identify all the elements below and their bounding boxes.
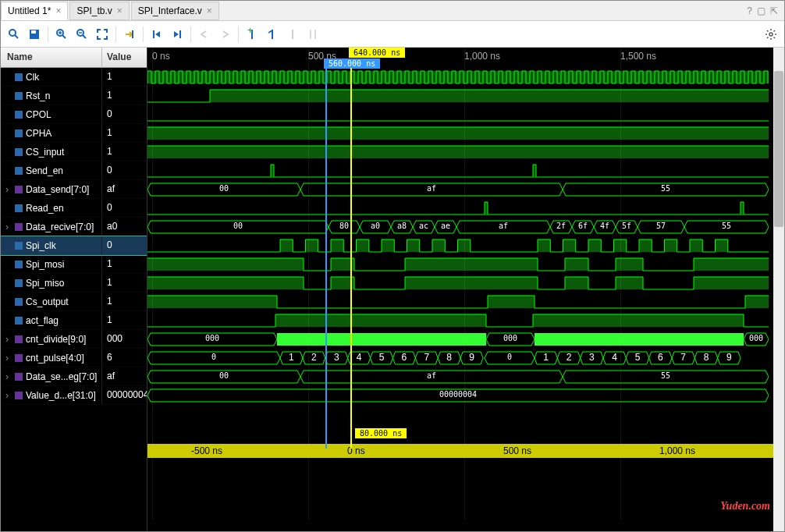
v-scrollbar[interactable] [773, 48, 784, 531]
tab-spi-tb[interactable]: SPI_tb.v× [69, 2, 129, 20]
cursor-label: 560.000 ns [324, 59, 380, 69]
column-value[interactable]: Value [102, 48, 147, 67]
signal-row[interactable]: ›Data_recive[7:0]a0 [1, 218, 147, 236]
signal-row[interactable]: ›Data_send[7:0]af [1, 180, 147, 199]
svg-rect-64 [405, 277, 428, 289]
signal-row[interactable]: Spi_mosi1 [1, 255, 147, 274]
signal-row[interactable]: ›Value_d...e[31:0]00000004 [1, 386, 147, 405]
waveform-row[interactable] [147, 274, 784, 293]
tab-spi-interface[interactable]: SPI_Interface.v× [131, 2, 219, 20]
signal-row[interactable]: Clk1 [1, 68, 147, 87]
waveform-row[interactable] [147, 255, 784, 274]
search-icon[interactable] [5, 26, 23, 43]
svg-text:8: 8 [446, 352, 452, 363]
tab-label: SPI_Interface.v [138, 5, 202, 16]
bottom-ruler[interactable]: -500 ns0 ns500 ns1,000 ns [147, 444, 784, 458]
svg-text:9: 9 [469, 352, 474, 363]
waveform-row[interactable]: 0080a0a8acaeaf2f6f4f5f5755 [147, 218, 784, 236]
scrollbar-thumb[interactable] [774, 71, 783, 227]
svg-text:6: 6 [658, 352, 663, 363]
svg-rect-53 [405, 258, 428, 271]
svg-rect-66 [456, 277, 483, 289]
close-icon[interactable]: × [55, 5, 61, 16]
prev-edge-icon[interactable] [148, 26, 165, 43]
prev-transition-icon[interactable] [196, 26, 213, 43]
zoom-out-icon[interactable] [73, 26, 91, 43]
close-icon[interactable]: × [117, 5, 123, 16]
waveform-row[interactable]: 00af55 [147, 367, 784, 386]
goto-cursor-icon[interactable] [121, 26, 138, 43]
waveform-row[interactable] [147, 236, 784, 255]
signal-name: Read_en [26, 203, 64, 214]
signal-row[interactable]: Spi_miso1 [1, 274, 147, 293]
secondary-cursor[interactable]: 560.000 ns [325, 68, 327, 449]
svg-point-20 [769, 33, 773, 36]
waveform-row[interactable] [147, 199, 784, 218]
signal-icon [15, 129, 23, 137]
zoom-fit-icon[interactable] [94, 26, 111, 43]
waveform-row[interactable]: 00af55 [147, 180, 784, 199]
save-icon[interactable] [26, 26, 43, 43]
waveform-row[interactable] [147, 68, 784, 87]
waveform-row[interactable] [147, 124, 784, 143]
toolbar: + [1, 21, 784, 48]
signal-row[interactable]: act_flag1 [1, 311, 147, 330]
waveform-row[interactable] [147, 87, 784, 105]
signal-row[interactable]: ›Data_se...eg[7:0]af [1, 367, 147, 386]
remove-marker-icon[interactable] [264, 26, 281, 43]
gear-icon[interactable] [762, 26, 780, 43]
svg-rect-76 [533, 314, 744, 327]
signal-row[interactable]: Rst_n1 [1, 87, 147, 105]
waveform-row[interactable] [147, 161, 784, 180]
column-name[interactable]: Name [1, 48, 102, 67]
restore-icon[interactable]: ⇱ [770, 5, 778, 16]
signal-row[interactable]: CPOL0 [1, 105, 147, 124]
tab-bar: Untitled 1*× SPI_tb.v× SPI_Interface.v× … [1, 1, 784, 21]
svg-text:+: + [247, 28, 253, 36]
waveform-row[interactable] [147, 293, 784, 311]
svg-rect-3 [31, 30, 36, 34]
waveform-row[interactable] [147, 143, 784, 161]
signal-row[interactable]: Spi_clk0 [1, 236, 147, 255]
signal-row[interactable]: CPHA1 [1, 124, 147, 143]
toggle-marker-icon[interactable] [284, 26, 301, 43]
signal-row[interactable]: CS_input1 [1, 143, 147, 161]
tab-untitled[interactable]: Untitled 1*× [1, 2, 68, 20]
svg-text:3: 3 [589, 352, 595, 363]
signal-name: Send_en [26, 165, 63, 176]
signal-name: CPHA [26, 128, 52, 139]
maximize-icon[interactable]: ▢ [757, 5, 765, 16]
signal-name: Spi_clk [26, 240, 56, 251]
waveform-row[interactable] [147, 105, 784, 124]
signal-row[interactable]: Read_en0 [1, 199, 147, 218]
waveform-row[interactable]: 000000000 [147, 330, 784, 349]
signal-icon [15, 92, 23, 100]
help-icon[interactable]: ? [747, 5, 752, 16]
next-transition-icon[interactable] [216, 26, 233, 43]
waveform-area[interactable]: 0 ns500 ns1,000 ns1,500 ns 00af550080a0a… [147, 48, 784, 531]
signal-value: af [102, 180, 147, 198]
signal-row[interactable]: Send_en0 [1, 161, 147, 180]
signal-row[interactable]: ›cnt_pulse[4:0]6 [1, 349, 147, 367]
close-icon[interactable]: × [207, 5, 212, 16]
time-ruler[interactable]: 0 ns500 ns1,000 ns1,500 ns [147, 48, 784, 68]
waveform-row[interactable] [147, 311, 784, 330]
svg-rect-33 [741, 202, 744, 215]
h-scrollbar[interactable] [147, 520, 773, 531]
waveform-row[interactable]: 00000004 [147, 386, 784, 405]
add-marker-icon[interactable]: + [243, 26, 261, 43]
svg-line-10 [83, 35, 86, 38]
svg-text:4: 4 [612, 352, 617, 363]
next-edge-icon[interactable] [169, 26, 186, 43]
waveform-row[interactable]: 12345678912345678900 [147, 349, 784, 367]
signal-icon [15, 73, 23, 81]
signal-value: 1 [102, 68, 147, 86]
zoom-in-icon[interactable] [53, 26, 70, 43]
swap-marker-icon[interactable] [304, 26, 321, 43]
signal-row[interactable]: ›cnt_divide[9:0]000 [1, 330, 147, 349]
main-cursor[interactable]: 640.000 ns [350, 68, 352, 449]
signal-row[interactable]: Cs_output1 [1, 293, 147, 311]
svg-rect-32 [485, 202, 488, 215]
svg-text:1: 1 [543, 352, 549, 363]
svg-text:1: 1 [289, 352, 294, 363]
